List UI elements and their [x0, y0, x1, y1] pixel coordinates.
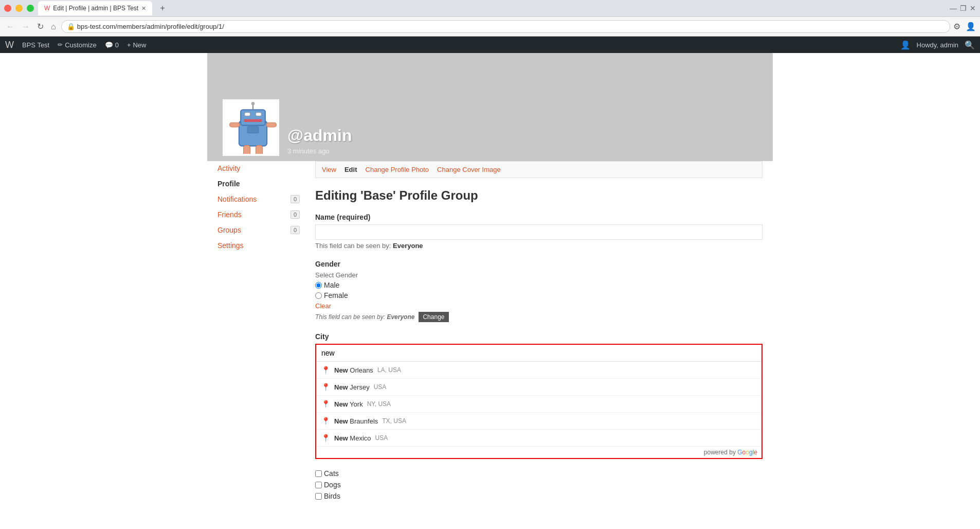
groups-label: Groups: [217, 226, 241, 234]
friends-badge: 0: [291, 210, 300, 219]
pin-icon-4: 📍: [321, 434, 330, 442]
friends-link[interactable]: Friends 0: [217, 207, 300, 222]
search-icon[interactable]: 🔍: [965, 40, 975, 50]
tab-close-icon[interactable]: ✕: [141, 5, 146, 12]
back-button[interactable]: ←: [4, 21, 16, 32]
gender-female-option[interactable]: Female: [315, 291, 763, 299]
customize-label: Customize: [65, 41, 96, 49]
notifications-label: Notifications: [217, 195, 257, 203]
name-input[interactable]: [315, 224, 763, 240]
profile-link[interactable]: Profile: [217, 177, 300, 191]
tab-change-cover[interactable]: Change Cover Image: [437, 166, 501, 173]
city-name-1: New Jersey: [334, 383, 370, 391]
comments-item[interactable]: 💬 0: [105, 41, 119, 49]
gravatar-icon[interactable]: 👤: [900, 40, 911, 50]
pin-icon-0: 📍: [321, 366, 330, 374]
address-text: bps-test.com/members/admin/profile/edit/…: [77, 23, 945, 30]
powered-by-row: powered by Google: [316, 447, 761, 458]
wp-logo-item[interactable]: W: [5, 40, 14, 50]
new-tab-button[interactable]: +: [156, 2, 169, 14]
plus-icon: +: [127, 41, 131, 49]
tab-edit[interactable]: Edit: [344, 166, 357, 173]
city-name-2: New York: [334, 400, 363, 408]
reload-button[interactable]: ↻: [35, 21, 46, 32]
city-input[interactable]: [316, 345, 761, 362]
groups-link[interactable]: Groups 0: [217, 223, 300, 237]
gender-female-text: Female: [324, 291, 348, 299]
user-account-icon[interactable]: 👤: [966, 22, 976, 31]
sidebar-item-activity[interactable]: Activity: [217, 161, 300, 175]
birds-checkbox[interactable]: [315, 493, 322, 500]
powered-by-text: powered by: [704, 449, 736, 456]
browser-chrome: W Edit | Profile | admin | BPS Test ✕ + …: [0, 0, 980, 37]
activity-link[interactable]: Activity: [217, 161, 300, 175]
gender-male-label[interactable]: Male: [315, 281, 763, 289]
city-name-0: New Orleans: [334, 366, 373, 374]
dogs-text: Dogs: [324, 481, 341, 489]
city-detail-1: USA: [374, 383, 387, 391]
cats-group: Cats: [315, 469, 763, 478]
howdy-label: Howdy, admin: [917, 41, 958, 49]
site-name-item[interactable]: BPS Test: [22, 41, 49, 49]
svg-rect-8: [230, 122, 240, 127]
wp-bar-right: 👤 Howdy, admin 🔍: [900, 40, 975, 50]
autocomplete-item-0[interactable]: 📍 New Orleans LA, USA: [316, 362, 761, 379]
browser-tab[interactable]: W Edit | Profile | admin | BPS Test ✕: [38, 1, 152, 15]
minimize-btn[interactable]: [15, 5, 23, 12]
tab-change-photo[interactable]: Change Profile Photo: [366, 166, 429, 173]
win-close-icon[interactable]: ✕: [970, 4, 976, 12]
page-wrapper: @admin 3 minutes ago Activity Profile: [0, 53, 980, 529]
gender-visibility-text: This field can be seen by: Everyone: [315, 313, 414, 321]
notifications-link[interactable]: Notifications 0: [217, 192, 300, 206]
gender-label: Gender: [315, 260, 763, 268]
settings-link[interactable]: Settings: [217, 238, 300, 253]
name-visibility-note: This field can be seen by: Everyone: [315, 242, 763, 250]
autocomplete-item-4[interactable]: 📍 New Mexico USA: [316, 430, 761, 447]
city-label: City: [315, 332, 763, 341]
settings-label: Settings: [217, 241, 244, 250]
cats-checkbox[interactable]: [315, 470, 322, 477]
autocomplete-item-1[interactable]: 📍 New Jersey USA: [316, 379, 761, 396]
gender-change-button[interactable]: Change: [419, 312, 448, 322]
sidebar-item-groups[interactable]: Groups 0: [217, 223, 300, 237]
cats-label[interactable]: Cats: [315, 469, 763, 478]
tab-view[interactable]: View: [322, 166, 336, 173]
gender-male-radio[interactable]: [315, 282, 322, 289]
gender-male-option[interactable]: Male: [315, 281, 763, 289]
address-bar[interactable]: 🔒 bps-test.com/members/admin/profile/edi…: [61, 20, 950, 33]
sidebar-item-notifications[interactable]: Notifications 0: [217, 192, 300, 206]
cats-text: Cats: [324, 469, 339, 478]
close-btn[interactable]: [4, 5, 11, 12]
home-button[interactable]: ⌂: [49, 21, 58, 32]
extensions-icon[interactable]: ⚙: [953, 22, 960, 31]
autocomplete-item-2[interactable]: 📍 New York NY, USA: [316, 396, 761, 413]
win-min-icon[interactable]: —: [950, 4, 957, 12]
maximize-btn[interactable]: [27, 5, 34, 12]
gender-clear-link[interactable]: Clear: [315, 302, 331, 310]
name-visibility-value: Everyone: [393, 242, 423, 250]
dogs-label[interactable]: Dogs: [315, 481, 763, 489]
main-content: Activity Profile Notifications 0: [207, 161, 773, 524]
gender-field-group: Gender Select Gender Male Female Clear: [315, 260, 763, 322]
sidebar-item-settings[interactable]: Settings: [217, 238, 300, 253]
sidebar-item-friends[interactable]: Friends 0: [217, 207, 300, 222]
dogs-checkbox[interactable]: [315, 482, 322, 488]
profile-username: @admin: [287, 126, 352, 145]
customize-item[interactable]: ✏ Customize: [58, 41, 96, 49]
gender-female-label[interactable]: Female: [315, 291, 763, 299]
browser-nav-bar: ← → ↻ ⌂ 🔒 bps-test.com/members/admin/pro…: [0, 16, 980, 36]
gender-female-radio[interactable]: [315, 292, 322, 299]
birds-group: Birds: [315, 492, 763, 500]
sidebar-item-profile[interactable]: Profile: [217, 177, 300, 191]
forward-button[interactable]: →: [20, 21, 32, 32]
city-detail-2: NY, USA: [367, 400, 391, 408]
window-controls: [4, 5, 34, 12]
autocomplete-item-3[interactable]: 📍 New Braunfels TX, USA: [316, 413, 761, 430]
new-content-item[interactable]: + New: [127, 41, 147, 49]
google-logo: Google: [737, 449, 757, 456]
city-field-group: City 📍 New Orleans LA, USA 📍 New Jersey …: [315, 332, 763, 459]
name-label: Name (required): [315, 213, 763, 221]
gender-sublabel: Select Gender: [315, 271, 763, 279]
win-restore-icon[interactable]: ❐: [960, 4, 967, 12]
birds-label[interactable]: Birds: [315, 492, 763, 500]
